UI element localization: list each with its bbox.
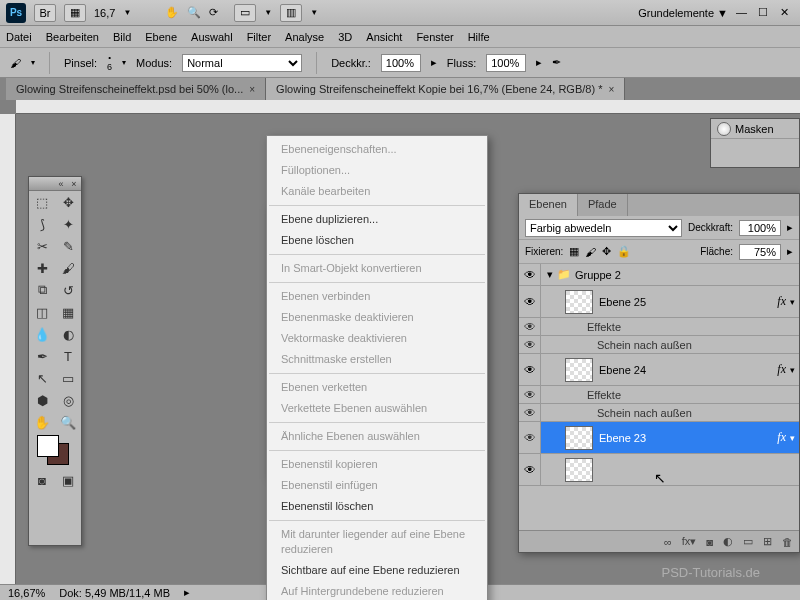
flow-field[interactable]: 100% <box>486 54 526 72</box>
link-layers-icon[interactable]: ∞ <box>664 536 672 548</box>
view-arrange-icon[interactable]: ▦ <box>64 4 86 22</box>
eraser-tool[interactable]: ◫ <box>29 301 55 323</box>
visibility-icon[interactable]: 👁 <box>519 454 541 485</box>
history-brush-tool[interactable]: ↺ <box>55 279 81 301</box>
zoom-tool[interactable]: 🔍 <box>55 411 81 433</box>
layer-item-selected[interactable]: 👁 Ebene 23 fx ▾ <box>519 422 799 454</box>
tab-pfade[interactable]: Pfade <box>578 194 628 216</box>
menu-datei[interactable]: Datei <box>6 31 32 43</box>
color-swatches[interactable] <box>29 433 81 469</box>
layer-thumb[interactable] <box>565 358 593 382</box>
opacity-field[interactable]: 100% <box>381 54 421 72</box>
visibility-icon[interactable]: 👁 <box>519 354 541 385</box>
layer-effect[interactable]: 👁Schein nach außen <box>519 404 799 422</box>
brush-tool[interactable]: 🖌 <box>55 257 81 279</box>
menu-filter[interactable]: Filter <box>247 31 271 43</box>
close-icon[interactable]: ✕ <box>780 6 794 20</box>
panel-collapse-icon[interactable]: « <box>56 179 66 189</box>
menu-3d[interactable]: 3D <box>338 31 352 43</box>
lock-all-icon[interactable]: 🔒 <box>617 245 631 258</box>
fx-badge[interactable]: fx <box>777 362 786 377</box>
layer-thumb[interactable] <box>565 458 593 482</box>
layer-style-icon[interactable]: fx▾ <box>682 535 697 548</box>
tab-close-icon[interactable]: × <box>608 84 614 95</box>
layer-item[interactable]: 👁 <box>519 454 799 486</box>
eyedropper-tool[interactable]: ✎ <box>55 235 81 257</box>
fx-badge[interactable]: fx <box>777 430 786 445</box>
menu-ebene[interactable]: Ebene <box>145 31 177 43</box>
screen-mode-icon[interactable]: ▭ <box>234 4 256 22</box>
gradient-tool[interactable]: ▦ <box>55 301 81 323</box>
visibility-icon[interactable]: 👁 <box>519 264 541 285</box>
lock-image-icon[interactable]: 🖌 <box>585 246 596 258</box>
doc-tab-2[interactable]: Glowing Streifenscheineffekt Kopie bei 1… <box>266 78 625 100</box>
lock-pixels-icon[interactable]: ▦ <box>569 245 579 258</box>
panel-close-icon[interactable]: × <box>69 179 79 189</box>
layer-effect[interactable]: 👁Schein nach außen <box>519 336 799 354</box>
menu-ansicht[interactable]: Ansicht <box>366 31 402 43</box>
quickmask-tool[interactable]: ◙ <box>29 469 55 491</box>
chevron-down-icon[interactable]: ▾ <box>790 297 795 307</box>
brush-tool-icon[interactable]: 🖌 <box>10 57 21 69</box>
delete-layer-icon[interactable]: 🗑 <box>782 536 793 548</box>
visibility-icon[interactable]: 👁 <box>519 422 541 453</box>
layer-thumb[interactable] <box>565 290 593 314</box>
tab-close-icon[interactable]: × <box>249 84 255 95</box>
3d-tool[interactable]: ⬢ <box>29 389 55 411</box>
3d-camera-tool[interactable]: ◎ <box>55 389 81 411</box>
marquee-tool[interactable]: ⬚ <box>29 191 55 213</box>
layer-blend-select[interactable]: Farbig abwedeln <box>525 219 682 237</box>
menu-analyse[interactable]: Analyse <box>285 31 324 43</box>
layers-list[interactable]: 👁 ▾ 📁 Gruppe 2 👁 Ebene 25 fx ▾ 👁Effekte … <box>519 264 799 530</box>
layer-group[interactable]: 👁 ▾ 📁 Gruppe 2 <box>519 264 799 286</box>
context-menu-item[interactable]: Sichtbare auf eine Ebene reduzieren <box>267 560 487 581</box>
blend-mode-select[interactable]: Normal <box>182 54 302 72</box>
layer-effect[interactable]: 👁Effekte <box>519 318 799 336</box>
visibility-icon[interactable]: 👁 <box>519 386 541 403</box>
layer-mask-icon[interactable]: ◙ <box>706 536 713 548</box>
shape-tool[interactable]: ▭ <box>55 367 81 389</box>
workspace-dropdown[interactable]: Grundelemente ▼ <box>638 7 728 19</box>
chevron-down-icon[interactable]: ▾ <box>790 365 795 375</box>
layer-name[interactable]: Ebene 23 <box>599 432 646 444</box>
path-tool[interactable]: ↖ <box>29 367 55 389</box>
pen-tool[interactable]: ✒ <box>29 345 55 367</box>
foreground-color[interactable] <box>37 435 59 457</box>
type-tool[interactable]: T <box>55 345 81 367</box>
hand-tool-icon[interactable]: ✋ <box>165 6 179 19</box>
doc-tab-1[interactable]: Glowing Streifenscheineffekt.psd bei 50%… <box>6 78 266 100</box>
bridge-icon[interactable]: Br <box>34 4 56 22</box>
chevron-down-icon[interactable]: ▾ <box>790 433 795 443</box>
heal-tool[interactable]: ✚ <box>29 257 55 279</box>
lasso-tool[interactable]: ⟆ <box>29 213 55 235</box>
layer-thumb[interactable] <box>565 426 593 450</box>
visibility-icon[interactable]: 👁 <box>519 286 541 317</box>
menu-bearbeiten[interactable]: Bearbeiten <box>46 31 99 43</box>
layer-name[interactable]: Ebene 24 <box>599 364 646 376</box>
stamp-tool[interactable]: ⧉ <box>29 279 55 301</box>
menu-bild[interactable]: Bild <box>113 31 131 43</box>
rotate-view-icon[interactable]: ⟳ <box>209 6 218 19</box>
layer-effect[interactable]: 👁Effekte <box>519 386 799 404</box>
screenmode-tool[interactable]: ▣ <box>55 469 81 491</box>
zoom-tool-icon[interactable]: 🔍 <box>187 6 201 19</box>
new-layer-icon[interactable]: ⊞ <box>763 535 772 548</box>
brush-preview[interactable]: •6 <box>107 53 112 72</box>
fill-field[interactable]: 75% <box>739 244 781 260</box>
layer-name[interactable]: Gruppe 2 <box>575 269 621 281</box>
blur-tool[interactable]: 💧 <box>29 323 55 345</box>
visibility-icon[interactable]: 👁 <box>519 404 541 421</box>
lock-position-icon[interactable]: ✥ <box>602 245 611 258</box>
wand-tool[interactable]: ✦ <box>55 213 81 235</box>
status-zoom[interactable]: 16,67% <box>8 587 45 599</box>
menu-auswahl[interactable]: Auswahl <box>191 31 233 43</box>
airbrush-icon[interactable]: ✒ <box>552 56 561 69</box>
visibility-icon[interactable]: 👁 <box>519 336 541 353</box>
context-menu-item[interactable]: Ebene löschen <box>267 230 487 251</box>
move-tool[interactable]: ✥ <box>55 191 81 213</box>
layer-name[interactable]: Ebene 25 <box>599 296 646 308</box>
dodge-tool[interactable]: ◐ <box>55 323 81 345</box>
crop-tool[interactable]: ✂ <box>29 235 55 257</box>
layer-item[interactable]: 👁 Ebene 25 fx ▾ <box>519 286 799 318</box>
menu-hilfe[interactable]: Hilfe <box>468 31 490 43</box>
